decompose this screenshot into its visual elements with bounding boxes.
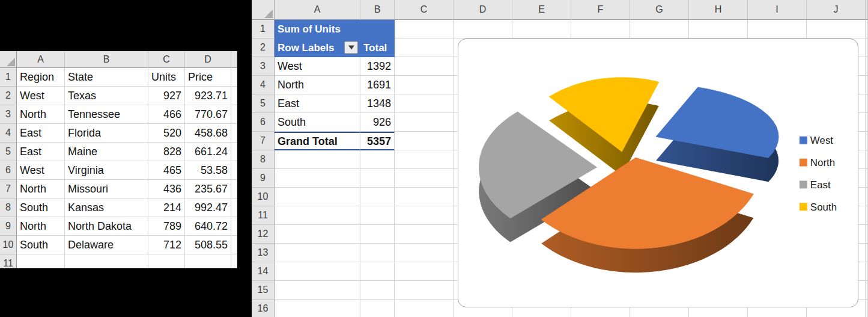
cell[interactable] [275, 169, 360, 188]
cell[interactable]: 640.72 [185, 217, 231, 236]
row-header-3[interactable]: 3 [252, 57, 275, 76]
cell[interactable] [807, 20, 866, 38]
cell[interactable]: East [17, 124, 65, 143]
cell[interactable] [148, 254, 185, 268]
row-header-4[interactable]: 4 [252, 76, 275, 94]
cell[interactable]: North [17, 180, 65, 199]
cell[interactable]: 923.71 [185, 87, 231, 105]
cell[interactable] [395, 281, 454, 300]
cell[interactable]: Maine [65, 143, 148, 161]
cell[interactable] [275, 281, 360, 300]
cell[interactable]: East [17, 143, 65, 161]
column-header-C[interactable]: C [395, 0, 454, 20]
row-header-1[interactable]: 1 [0, 68, 17, 87]
column-header-H[interactable]: H [689, 0, 748, 20]
row-labels-filter-dropdown[interactable] [344, 42, 358, 54]
pivot-row-label[interactable]: North [275, 76, 360, 94]
row-header-13[interactable]: 13 [252, 244, 275, 262]
cell[interactable] [185, 254, 231, 268]
column-header-B[interactable]: B [65, 51, 148, 68]
cell[interactable] [395, 300, 454, 317]
cell[interactable] [395, 262, 454, 281]
legend-swatch-north[interactable] [800, 159, 807, 167]
cell[interactable]: 661.24 [185, 143, 231, 161]
cell[interactable] [17, 254, 65, 268]
cell[interactable] [275, 188, 360, 206]
cell[interactable] [395, 113, 454, 132]
row-header-2[interactable]: 2 [0, 87, 17, 105]
cell[interactable] [866, 188, 868, 206]
row-header-8[interactable]: 8 [0, 199, 17, 217]
cell[interactable] [395, 244, 454, 262]
pie-chart[interactable]: WestNorthEastSouth [458, 38, 858, 307]
row-header-8[interactable]: 8 [252, 150, 275, 169]
cell[interactable] [395, 169, 454, 188]
pivot-row-label[interactable]: East [275, 94, 360, 113]
cell[interactable] [571, 20, 630, 38]
cell[interactable] [866, 281, 868, 300]
cell[interactable]: 770.67 [185, 105, 231, 124]
cell[interactable] [866, 169, 868, 188]
row-header-1[interactable]: 1 [252, 20, 275, 38]
cell[interactable] [866, 225, 868, 244]
cell[interactable] [395, 20, 454, 38]
column-header-D[interactable]: D [185, 51, 231, 68]
cell[interactable]: 466 [148, 105, 185, 124]
cell[interactable] [866, 132, 868, 150]
row-header-16[interactable]: 16 [252, 300, 275, 317]
column-header-A[interactable]: A [275, 0, 360, 20]
cell[interactable] [275, 244, 360, 262]
cell[interactable] [65, 254, 148, 268]
cell[interactable] [275, 150, 360, 169]
cell[interactable] [630, 20, 689, 38]
pivot-row-value[interactable]: 926 [360, 113, 395, 132]
cell[interactable] [866, 262, 868, 281]
cell[interactable] [689, 20, 748, 38]
pivot-row-value[interactable]: 1691 [360, 76, 395, 94]
column-header-B[interactable]: B [360, 0, 395, 20]
pivot-row-label[interactable]: South [275, 113, 360, 132]
cell[interactable]: 465 [148, 161, 185, 180]
cell[interactable] [512, 20, 571, 38]
cell[interactable] [360, 206, 395, 225]
cell[interactable]: Region [17, 68, 65, 87]
cell[interactable] [395, 206, 454, 225]
cell[interactable]: 992.47 [185, 199, 231, 217]
cell[interactable] [395, 132, 454, 150]
cell[interactable]: North [17, 105, 65, 124]
cell[interactable]: Virginia [65, 161, 148, 180]
cell[interactable] [866, 20, 868, 38]
cell[interactable] [395, 38, 454, 57]
cell[interactable] [275, 262, 360, 281]
row-header-12[interactable]: 12 [252, 225, 275, 244]
pivot-row-labels-header[interactable]: Row Labels [275, 38, 360, 57]
cell[interactable]: West [17, 161, 65, 180]
cell[interactable] [395, 94, 454, 113]
cell[interactable] [866, 113, 868, 132]
cell[interactable]: 53.58 [185, 161, 231, 180]
cell[interactable] [866, 38, 868, 57]
cell[interactable]: Price [185, 68, 231, 87]
row-header-11[interactable]: 11 [252, 206, 275, 225]
cell[interactable]: South [17, 236, 65, 254]
cell[interactable] [454, 20, 512, 38]
select-all-corner[interactable] [252, 0, 275, 20]
cell[interactable]: 214 [148, 199, 185, 217]
cell[interactable]: Tennessee [65, 105, 148, 124]
pivot-grand-total-label[interactable]: Grand Total [275, 132, 360, 150]
row-header-2[interactable]: 2 [252, 38, 275, 57]
cell[interactable] [395, 150, 454, 169]
cell[interactable] [360, 262, 395, 281]
cell[interactable]: South [17, 199, 65, 217]
cell[interactable]: 828 [148, 143, 185, 161]
cell[interactable]: Delaware [65, 236, 148, 254]
cell[interactable] [360, 281, 395, 300]
cell[interactable] [360, 169, 395, 188]
cell[interactable] [395, 57, 454, 76]
legend-swatch-west[interactable] [800, 137, 807, 144]
cell[interactable]: 712 [148, 236, 185, 254]
row-header-9[interactable]: 9 [252, 169, 275, 188]
legend-label-south[interactable]: South [810, 202, 837, 213]
cell[interactable] [395, 76, 454, 94]
cell[interactable]: West [17, 87, 65, 105]
